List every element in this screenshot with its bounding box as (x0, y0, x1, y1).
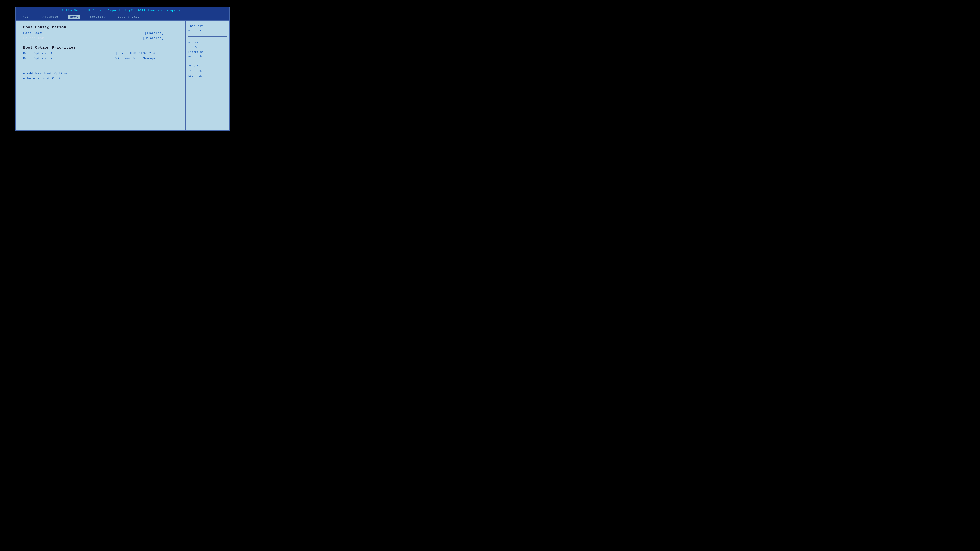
boot-option-1-value: [UEFI: USB DISK 2.0...] (116, 52, 164, 55)
key-plusminus: +/- : Ch (188, 54, 227, 59)
nav-security[interactable]: Security (88, 15, 108, 19)
launch-csm-value: [Disabled] (143, 37, 164, 40)
launch-csm-row[interactable]: Launch CSM [Disabled] (23, 37, 178, 40)
fast-boot-value: [Enabled] (145, 31, 164, 35)
help-line2: will be (188, 29, 201, 32)
key-updown: ↕ : Se (188, 45, 227, 50)
nav-boot[interactable]: Boot (68, 15, 80, 19)
delete-boot-label: Delete Boot Option (27, 77, 65, 80)
title-text: Aptio Setup Utility - Copyright (C) 2013… (62, 9, 183, 13)
add-new-boot-label: Add New Boot Option (27, 72, 67, 75)
key-help-section: ↔ : Se ↕ : Se Enter: Se +/- : Ch F1 : Ge… (188, 40, 227, 78)
boot-option-2-value: [Windows Boot Manage...] (113, 57, 164, 60)
help-description: This opt will be (188, 24, 227, 37)
key-f9: F9 : Op (188, 64, 227, 69)
launch-csm-label: Launch CSM (23, 37, 44, 40)
arrow-icon-delete: ► (23, 77, 25, 80)
nav-advanced[interactable]: Advanced (40, 15, 61, 19)
nav-save-exit[interactable]: Save & Exit (115, 15, 142, 19)
key-enter: Enter: Se (188, 50, 227, 55)
key-f10: F10 : Sa (188, 69, 227, 74)
boot-priorities-header: Boot Option Priorities (23, 46, 178, 50)
add-new-boot-option[interactable]: ► Add New Boot Option (23, 72, 178, 75)
main-panel: Boot Configuration Fast Boot [Enabled] L… (16, 21, 186, 130)
nav-main[interactable]: Main (20, 15, 33, 19)
delete-boot-option[interactable]: ► Delete Boot Option (23, 77, 178, 80)
fast-boot-label: Fast Boot (23, 31, 42, 35)
boot-option-2-row[interactable]: Boot Option #2 [Windows Boot Manage...] (23, 57, 178, 60)
boot-config-header: Boot Configuration (23, 25, 178, 29)
right-panel: This opt will be ↔ : Se ↕ : Se Enter: Se… (186, 21, 229, 130)
key-leftright: ↔ : Se (188, 40, 227, 45)
boot-option-1-label: Boot Option #1 (23, 52, 52, 55)
content-area: Boot Configuration Fast Boot [Enabled] L… (16, 20, 229, 130)
help-line1: This opt (188, 25, 203, 28)
key-f1: F1 : Ge (188, 59, 227, 64)
key-esc: ESC : Ex (188, 74, 227, 78)
title-bar: Aptio Setup Utility - Copyright (C) 2013… (16, 7, 229, 14)
nav-bar: Main Advanced Boot Security Save & Exit (16, 14, 229, 20)
boot-option-2-label: Boot Option #2 (23, 57, 52, 60)
arrow-icon-add: ► (23, 72, 25, 75)
boot-option-1-row[interactable]: Boot Option #1 [UEFI: USB DISK 2.0...] (23, 52, 178, 55)
bios-screen: Aptio Setup Utility - Copyright (C) 2013… (15, 7, 230, 131)
fast-boot-row[interactable]: Fast Boot [Enabled] (23, 31, 178, 35)
